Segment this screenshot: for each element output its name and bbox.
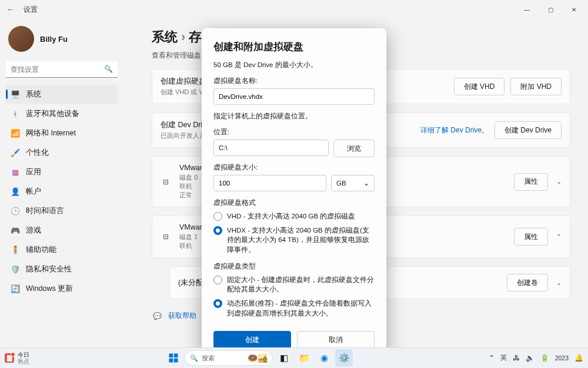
svg-rect-3 [174, 359, 178, 363]
size-input[interactable] [213, 175, 326, 191]
dialog-hint: 50 GB 是 Dev Drive 的最小大小。 [213, 61, 375, 69]
taskbar: 📄 今日热点 🔍搜索🍩🏜️ ◧ 📁 ◉ ⚙️ ⌃ 英 🖧 🔈 🔋 2023 🔔 [0, 347, 588, 368]
widget-line1: 今日 [18, 352, 29, 358]
create-vhd-dialog: 创建和附加虚拟硬盘 50 GB 是 Dev Drive 的最小大小。 虚拟硬盘名… [202, 28, 386, 358]
start-button[interactable] [165, 349, 182, 367]
location-hint: 指定计算机上的虚拟硬盘位置。 [213, 112, 375, 121]
news-icon: 📄 [5, 353, 14, 363]
format-vhd-radio[interactable]: VHD - 支持大小高达 2040 GB 的虚拟磁盘 [213, 211, 375, 221]
location-input[interactable] [213, 140, 329, 156]
format-section-label: 虚拟硬盘格式 [213, 198, 375, 207]
radio-label: 动态拓展(推荐) - 虚拟硬盘文件会随着数据写入到虚拟硬盘而增长到其最大大小。 [227, 299, 375, 318]
wifi-tray-icon[interactable]: 🖧 [513, 354, 520, 362]
dialog-cancel-button[interactable]: 取消 [297, 331, 375, 349]
search-placeholder: 搜索 [202, 354, 215, 363]
explorer-button[interactable]: 📁 [295, 349, 313, 367]
battery-tray-icon[interactable]: 🔋 [540, 354, 549, 362]
edge-button[interactable]: ◉ [315, 349, 333, 367]
size-label: 虚拟硬盘大小: [213, 163, 375, 172]
unit-value: GB [336, 180, 346, 187]
ime-indicator[interactable]: 英 [500, 354, 507, 362]
radio-label: VHDX - 支持大小高达 2040 GB 的虚拟磁盘(支持的最大大小为 64 … [227, 226, 375, 255]
type-section-label: 虚拟硬盘类型 [213, 262, 375, 271]
size-unit-select[interactable]: GB⌄ [331, 175, 375, 191]
radio-label: 固定大小 - 创建虚拟硬盘时，此虚拟硬盘文件分配给其最大大小。 [227, 275, 375, 294]
location-label: 位置: [213, 128, 375, 137]
type-fixed-radio[interactable]: 固定大小 - 创建虚拟硬盘时，此虚拟硬盘文件分配给其最大大小。 [213, 275, 375, 294]
svg-rect-0 [169, 354, 173, 358]
task-view-button[interactable]: ◧ [275, 349, 293, 367]
system-tray[interactable]: ⌃ 英 🖧 🔈 🔋 2023 🔔 [489, 354, 583, 362]
radio-icon [213, 299, 222, 308]
dialog-create-button[interactable]: 创建 [213, 331, 291, 349]
radio-icon [213, 212, 222, 221]
radio-icon [213, 276, 222, 284]
browse-button[interactable]: 浏览 [333, 140, 375, 157]
vhd-name-label: 虚拟硬盘名称: [213, 77, 375, 85]
clock-year[interactable]: 2023 [555, 354, 569, 362]
modal-overlay: 创建和附加虚拟硬盘 50 GB 是 Dev Drive 的最小大小。 虚拟硬盘名… [0, 0, 588, 368]
settings-taskbar-button[interactable]: ⚙️ [335, 349, 353, 367]
radio-icon [213, 226, 222, 235]
widget-line2: 热点 [18, 358, 29, 364]
dialog-title: 创建和附加虚拟硬盘 [213, 40, 375, 54]
taskbar-search[interactable]: 🔍搜索🍩🏜️ [185, 350, 273, 366]
search-emoji-icon: 🍩🏜️ [248, 353, 268, 363]
search-icon: 🔍 [190, 354, 198, 362]
chevron-down-icon: ⌄ [363, 179, 369, 187]
volume-tray-icon[interactable]: 🔈 [526, 354, 534, 362]
vhd-name-input[interactable] [213, 88, 375, 105]
widgets-button[interactable]: 📄 今日热点 [5, 352, 29, 364]
svg-rect-1 [174, 354, 178, 358]
notifications-icon[interactable]: 🔔 [574, 354, 583, 362]
type-dynamic-radio[interactable]: 动态拓展(推荐) - 虚拟硬盘文件会随着数据写入到虚拟硬盘而增长到其最大大小。 [213, 299, 375, 318]
format-vhdx-radio[interactable]: VHDX - 支持大小高达 2040 GB 的虚拟磁盘(支持的最大大小为 64 … [213, 226, 375, 255]
radio-label: VHD - 支持大小高达 2040 GB 的虚拟磁盘 [227, 211, 355, 221]
svg-rect-2 [169, 359, 173, 363]
tray-overflow-icon[interactable]: ⌃ [489, 354, 495, 362]
